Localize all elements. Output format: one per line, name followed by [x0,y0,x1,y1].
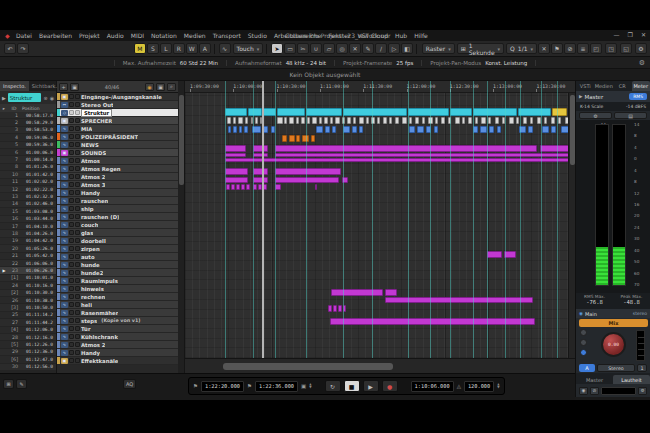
audio-event[interactable] [289,117,294,124]
marker-row[interactable]: 2701:11:44.2 [0,319,56,326]
tool-button-5[interactable]: ◎ [336,43,348,54]
right-locator-display[interactable]: 1:22:36.000 [255,381,298,392]
track-list-scrollbar[interactable] [178,81,185,373]
audio-event[interactable] [487,251,502,258]
meter-tab-master[interactable]: Master [576,375,613,384]
audio-event[interactable] [523,117,527,124]
state-button-r[interactable]: R [173,43,185,54]
audio-event[interactable] [366,117,369,124]
solo-button[interactable] [75,230,80,235]
track-name[interactable]: Stereo Out [81,102,113,108]
menu-bearbeiten[interactable]: Bearbeiten [39,32,72,39]
maximize-button[interactable]: ❐ [628,31,633,38]
mute-button[interactable] [69,246,74,251]
tool-button-6[interactable]: ✕ [349,43,361,54]
menu-hub[interactable]: Hub [395,32,407,39]
stepper-up-down[interactable]: ▲▼ [309,383,311,389]
tempo-display[interactable]: 120.000 [464,381,494,392]
marker-row[interactable]: 1501:03:08.0 [0,208,56,215]
audio-event[interactable] [480,126,487,133]
track-name[interactable]: Kühlschrank [81,334,118,340]
track-row-stereo-out[interactable]: ↦Stereo Out [57,101,178,109]
audio-event[interactable] [516,117,519,124]
cycle-button[interactable]: ↻ [325,380,341,392]
mute-button[interactable] [69,150,74,155]
reset-icon[interactable]: ⊘ [590,387,599,395]
mute-button[interactable] [69,350,74,355]
audio-event[interactable] [231,184,235,190]
audio-event[interactable] [495,117,499,124]
solo-button[interactable] [75,182,80,187]
solo-button[interactable] [75,206,80,211]
marker-row[interactable]: 1301:02:32.0 [0,193,56,200]
marker-row[interactable]: 300:58:53.0 [0,127,56,134]
track-name[interactable]: NEWS [81,142,99,148]
time-display[interactable]: 1:10:06.000 [411,381,454,392]
solo-button[interactable] [75,270,80,275]
mute-button[interactable] [69,278,74,283]
tool-button-3[interactable]: ∪ [310,43,322,54]
marker-row[interactable]: [3]01:10:50.0 [0,304,56,311]
marker-row[interactable]: 2801:12:16.0 [0,334,56,341]
marker-row[interactable]: 601:00:06.0 [0,149,56,156]
track-row-hunde2[interactable]: ∿hunde2 [57,269,178,277]
track-name[interactable]: Atmos 3 [81,182,105,188]
peak-max-value[interactable]: -48.8 [613,299,650,305]
mute-button[interactable] [69,270,74,275]
track-name[interactable]: Tür [81,326,91,332]
solo-button[interactable] [75,134,80,139]
mute-button[interactable] [69,182,74,187]
automation-mode-dropdown[interactable]: Touch ▾ [233,43,264,54]
mute-button[interactable] [69,222,74,227]
mute-button[interactable] [69,286,74,291]
audio-event[interactable] [335,117,340,124]
audio-event[interactable] [509,117,514,124]
solo-button[interactable] [75,166,80,171]
mute-button[interactable] [69,310,74,315]
audio-event[interactable] [558,117,561,124]
audio-event[interactable] [277,117,283,124]
audio-event[interactable] [225,108,247,116]
audio-event[interactable] [328,305,332,312]
marker-row[interactable]: 2001:05:26.0 [0,245,56,252]
audio-event[interactable] [331,289,383,296]
menu-projekt[interactable]: Projekt [79,32,100,39]
audio-event[interactable] [253,153,268,157]
track-row-doorbell[interactable]: ∿doorbell [57,237,178,245]
audio-event[interactable] [307,117,310,124]
talkback-button[interactable] [580,349,587,356]
track-row-rauschen[interactable]: ∿rauschen [57,197,178,205]
track-name[interactable]: Raumimpuls [81,278,118,284]
track-name[interactable]: SPRECHER [81,118,112,124]
audio-event[interactable] [389,117,392,124]
state-button-m[interactable]: M [134,43,146,54]
track-name[interactable]: auto [81,254,95,260]
solo-button[interactable] [75,174,80,179]
solo-button[interactable] [75,262,80,267]
audio-event[interactable] [497,126,501,133]
marker-row[interactable]: 1601:03:44.0 [0,216,56,223]
state-button-a[interactable]: A [199,43,211,54]
tool-button-0[interactable]: ➤ [271,43,283,54]
marker-row[interactable]: 2901:12:36.0 [0,349,56,356]
audio-event[interactable] [324,117,328,124]
track-row-glas[interactable]: ∿glas [57,229,178,237]
track-name[interactable]: couch [81,222,98,228]
audio-event[interactable] [315,184,317,190]
track-row-sprecher[interactable]: ▣SPRECHER [57,117,178,125]
tool-button-9[interactable]: ▷ [388,43,400,54]
marker-row[interactable]: [1]01:10:01.0 [0,275,56,282]
solo-button[interactable] [75,310,80,315]
menu-midi[interactable]: MIDI [131,32,144,39]
marker-row[interactable]: 1701:04:10.0 [0,223,56,230]
search-icon[interactable]: ⌕ [167,83,176,91]
track-row-heli[interactable]: ∿heli [57,301,178,309]
solo-button[interactable] [75,110,80,115]
audio-event[interactable] [253,168,268,175]
audio-event[interactable] [402,117,407,124]
dim-button[interactable] [580,329,587,336]
marker-row[interactable]: 3001:12:56.0 [0,364,56,371]
marker-row[interactable]: 1901:04:42.0 [0,238,56,245]
mix-source-button[interactable]: Mix [579,319,648,327]
marker-row[interactable]: 200:58:29.0 [0,119,56,126]
